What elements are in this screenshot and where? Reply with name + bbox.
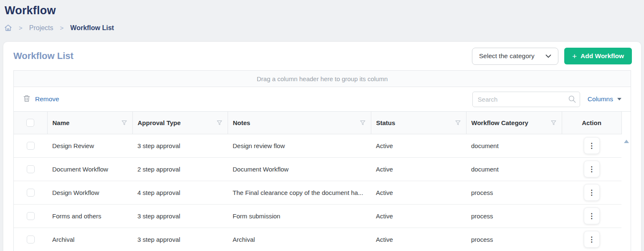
search-box: [472, 92, 580, 107]
column-header-approval_type[interactable]: Approval Type: [132, 112, 228, 134]
cell-status: Active: [371, 157, 466, 181]
table-header-row: NameApproval TypeNotesStatusWorkflow Cat…: [14, 112, 621, 134]
table-row: Archival3 step approvalArchivalActivepro…: [14, 228, 621, 251]
remove-button[interactable]: Remove: [23, 95, 59, 104]
cell-action: ⋮: [562, 181, 621, 204]
filter-icon[interactable]: [216, 120, 223, 126]
cell-notes: Archival: [228, 228, 371, 251]
scrollbar-track[interactable]: [622, 112, 631, 251]
cell-select: [14, 157, 47, 181]
columns-dropdown[interactable]: Columns: [588, 95, 621, 103]
row-actions-button[interactable]: ⋮: [584, 184, 600, 201]
column-header-label: Status: [376, 119, 396, 126]
cell-select: [14, 181, 47, 204]
search-icon[interactable]: [568, 95, 576, 105]
chevron-down-icon: [545, 54, 551, 58]
table-row: Document Workflow2 step approvalDocument…: [14, 157, 621, 181]
cell-approval_type: 4 step approval: [132, 181, 228, 204]
search-input[interactable]: [472, 92, 580, 107]
row-actions-button[interactable]: ⋮: [584, 231, 600, 248]
caret-down-icon: [617, 98, 621, 100]
cell-notes: Form submission: [228, 204, 371, 228]
cell-name: Design Workflow: [47, 181, 132, 204]
column-header-label: Notes: [233, 119, 251, 126]
cell-name: Design Review: [47, 134, 132, 157]
row-actions-button[interactable]: ⋮: [584, 207, 600, 224]
row-checkbox[interactable]: [27, 212, 35, 220]
cell-category: process: [466, 204, 562, 228]
group-panel[interactable]: Drag a column header here to group its c…: [14, 70, 631, 87]
column-header-select[interactable]: [14, 112, 47, 134]
kebab-icon: ⋮: [588, 212, 595, 220]
cell-approval_type: 2 step approval: [132, 157, 228, 181]
row-checkbox[interactable]: [27, 189, 35, 197]
cell-status: Active: [371, 228, 466, 251]
table-row: Design Workflow4 step approvalThe Final …: [14, 181, 621, 204]
home-icon[interactable]: [4, 24, 12, 32]
column-header-action[interactable]: Action: [562, 112, 621, 134]
filter-icon[interactable]: [550, 120, 557, 126]
cell-notes: Design review flow: [228, 134, 371, 157]
filter-icon[interactable]: [121, 120, 127, 126]
cell-name: Archival: [47, 228, 132, 251]
breadcrumb: > Projects > Workflow List: [4, 24, 644, 32]
scroll-up-icon[interactable]: [624, 140, 629, 143]
card-header: Workflow List Select the category + Add …: [3, 42, 641, 70]
card-heading: Workflow List: [13, 51, 74, 61]
column-header-name[interactable]: Name: [47, 112, 132, 134]
cell-status: Active: [371, 134, 466, 157]
breadcrumb-item-projects[interactable]: Projects: [29, 24, 53, 32]
column-header-label: Workflow Category: [472, 119, 528, 126]
workflow-grid: Drag a column header here to group its c…: [13, 70, 631, 251]
cell-name: Document Workflow: [47, 157, 132, 181]
workflow-list-card: Workflow List Select the category + Add …: [3, 42, 641, 251]
column-header-label: Name: [53, 119, 70, 126]
cell-approval_type: 3 step approval: [132, 228, 228, 251]
cell-action: ⋮: [562, 134, 621, 157]
cell-action: ⋮: [562, 204, 621, 228]
cell-select: [14, 204, 47, 228]
select-all-checkbox[interactable]: [26, 119, 34, 127]
column-header-label: Action: [582, 119, 601, 126]
breadcrumb-separator: >: [19, 24, 23, 31]
row-checkbox[interactable]: [27, 165, 35, 173]
page-header: Workflow > Projects > Workflow List: [0, 0, 644, 32]
kebab-icon: ⋮: [588, 189, 595, 197]
row-actions-button[interactable]: ⋮: [584, 137, 600, 154]
table-body: Design Review3 step approvalDesign revie…: [14, 134, 621, 251]
add-workflow-button[interactable]: + Add Workflow: [564, 48, 632, 64]
trash-icon: [23, 95, 30, 104]
cell-notes: The Final clearance copy of the document…: [228, 181, 371, 204]
cell-select: [14, 228, 47, 251]
kebab-icon: ⋮: [588, 142, 595, 150]
workflow-table: NameApproval TypeNotesStatusWorkflow Cat…: [14, 112, 622, 251]
add-workflow-label: Add Workflow: [581, 52, 624, 60]
row-checkbox[interactable]: [27, 236, 35, 243]
column-header-status[interactable]: Status: [371, 112, 466, 134]
filter-icon[interactable]: [360, 120, 366, 126]
cell-category: process: [466, 228, 562, 251]
column-header-notes[interactable]: Notes: [228, 112, 371, 134]
cell-category: document: [466, 157, 562, 181]
kebab-icon: ⋮: [588, 236, 595, 243]
plus-icon: +: [572, 52, 577, 60]
table-row: Forms and others3 step approvalForm subm…: [14, 204, 621, 228]
row-checkbox[interactable]: [27, 142, 35, 150]
grid-toolbar: Remove Columns: [14, 87, 631, 112]
filter-icon[interactable]: [455, 120, 461, 126]
cell-category: document: [466, 134, 562, 157]
row-actions-button[interactable]: ⋮: [584, 161, 600, 177]
remove-label: Remove: [35, 95, 59, 103]
column-header-label: Approval Type: [138, 119, 181, 126]
cell-category: process: [466, 181, 562, 204]
page-title: Workflow: [5, 4, 644, 17]
cell-status: Active: [371, 204, 466, 228]
cell-approval_type: 3 step approval: [132, 204, 228, 228]
cell-action: ⋮: [562, 228, 621, 251]
cell-name: Forms and others: [47, 204, 132, 228]
cell-action: ⋮: [562, 157, 621, 181]
breadcrumb-item-workflow-list: Workflow List: [70, 24, 114, 32]
column-header-category[interactable]: Workflow Category: [466, 112, 562, 134]
cell-status: Active: [371, 181, 466, 204]
category-select[interactable]: Select the category: [472, 48, 558, 65]
